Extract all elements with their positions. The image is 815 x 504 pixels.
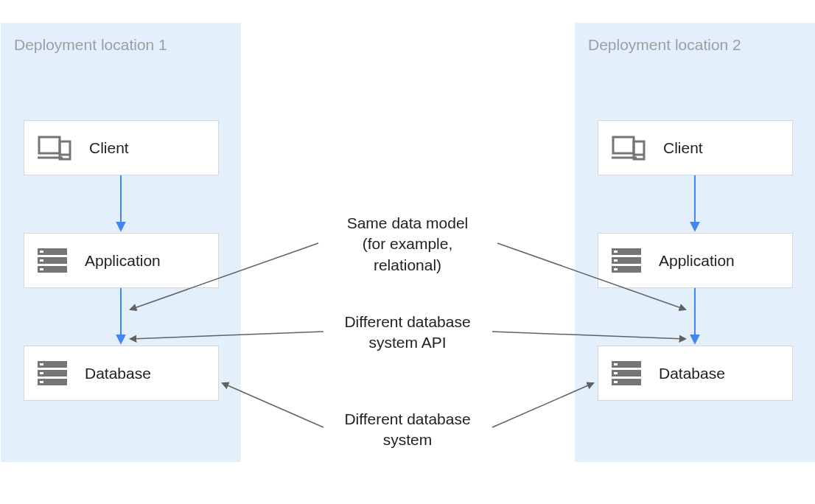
annotation-text: (for example, [363,235,453,252]
annotation-text: Same data model [347,214,469,231]
annotation-api: Different database system API [312,312,503,354]
svg-rect-30 [614,372,618,374]
client-icon [38,136,71,161]
svg-rect-18 [634,141,644,159]
annotation-text: system [383,431,433,448]
svg-rect-15 [40,381,43,383]
application-label: Application [85,252,161,270]
svg-rect-16 [613,137,634,153]
annotation-text: Different database [344,410,470,427]
region-2-title: Deployment location 2 [588,36,802,54]
application-node-right: Application [598,233,793,288]
svg-rect-25 [614,268,618,270]
database-icon [612,361,641,386]
svg-rect-14 [40,372,43,374]
annotation-system: Different database system [312,409,503,451]
application-node-left: Application [24,233,219,288]
annotation-text: system API [368,334,446,351]
svg-rect-24 [614,259,618,262]
svg-rect-13 [40,363,43,365]
database-node-left: Database [24,346,219,401]
svg-rect-31 [614,381,618,383]
database-label: Database [659,365,725,382]
svg-rect-29 [614,363,618,365]
client-node-right: Client [598,120,793,175]
application-label: Application [659,252,735,270]
server-icon [612,248,641,273]
database-node-right: Database [598,346,793,401]
svg-rect-7 [40,251,43,253]
svg-rect-0 [39,137,60,153]
client-node-left: Client [24,120,219,175]
database-label: Database [85,365,151,382]
client-label: Client [663,139,703,157]
svg-rect-8 [40,259,43,262]
server-icon [38,248,67,273]
region-1-title: Deployment location 1 [14,36,228,54]
database-icon [38,361,67,386]
client-icon [612,136,646,161]
svg-rect-2 [60,141,70,159]
annotation-data-model: Same data model (for example, relational… [312,213,503,276]
client-label: Client [89,139,129,157]
svg-rect-23 [614,251,618,253]
annotation-text: Different database [344,313,470,330]
svg-rect-9 [40,268,43,270]
annotation-text: relational) [374,256,441,273]
